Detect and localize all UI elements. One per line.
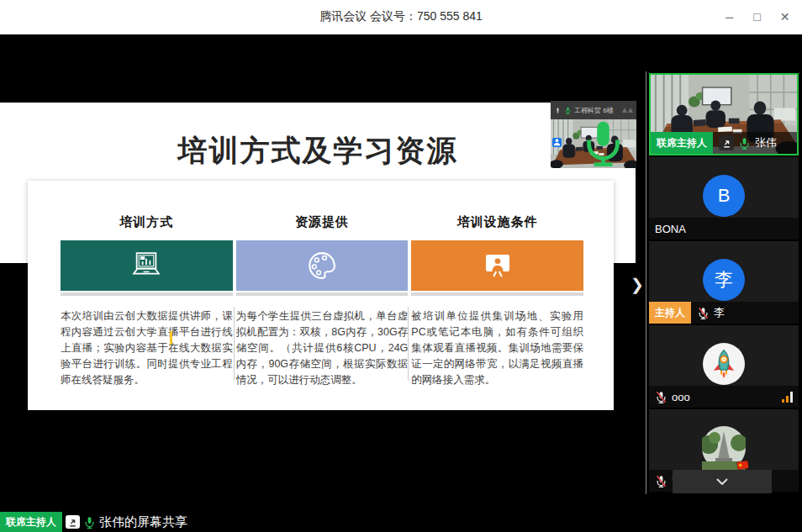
floating-video-window[interactable]: 工程科贸 6楼 张伟: [551, 101, 636, 168]
cohost-badge: 联席主持人: [651, 132, 713, 154]
column-divider: [234, 307, 235, 381]
screen-share-icon: [66, 515, 80, 529]
tencent-meeting-window: 腾讯会议 会议号：750 555 841 ─ □ ✕ 培训方式及学习资源 培训方…: [0, 0, 802, 532]
rocket-icon: [709, 349, 739, 379]
participant-name: BONA: [655, 223, 686, 235]
mic-muted-icon: [655, 391, 667, 403]
mic-muted-icon: [655, 475, 667, 487]
slide-title: 培训方式及学习资源: [0, 131, 636, 171]
slide-content-card: 培训方式 本次培训由云创大数据提供讲师，课程内容通过云创大学直播平台进行线上直播…: [28, 181, 614, 410]
text-cursor: [170, 331, 172, 345]
participants-sidebar: 联席主持人 张伟 B BONA 李: [649, 73, 799, 493]
participant-name: ooo: [672, 391, 690, 403]
mic-on-icon: [564, 107, 572, 114]
close-button[interactable]: ✕: [771, 0, 799, 34]
monitor-person-icon: [411, 240, 583, 291]
person-badge-icon: [552, 138, 562, 147]
chevron-down-icon: [715, 478, 729, 485]
column-header: 资源提供: [236, 214, 409, 231]
column-header: 培训方式: [61, 214, 233, 231]
column-resources: 资源提供 为每个学生提供三台虚拟机，单台虚拟机配置为：双核，8G内存，30G存储…: [236, 214, 409, 388]
participant-namebar: 主持人 李: [649, 302, 799, 324]
column-facility: 培训设施条件 被培训单位提供集训场地、实验用PC或笔记本电脑，如有条件可组织集体…: [411, 214, 583, 388]
avatar: 李: [703, 259, 745, 301]
mic-muted-icon: [697, 307, 710, 319]
share-status-label: 张伟的屏幕共享: [99, 514, 187, 530]
participant-name: 李: [714, 305, 725, 320]
mic-on-icon: [83, 516, 96, 529]
network-signal-icon: [782, 392, 793, 403]
screen-share-icon: [719, 135, 734, 150]
floating-video-header[interactable]: 工程科贸 6楼: [551, 101, 636, 119]
window-controls: ─ □ ✕: [715, 0, 799, 34]
host-badge: 主持人: [649, 302, 691, 324]
participant-name: 张伟: [755, 135, 777, 150]
column-training-method: 培训方式 本次培训由云创大数据提供讲师，课程内容通过云创大学直播平台进行线上直播…: [61, 214, 233, 388]
column-text: 被培训单位提供集训场地、实验用PC或笔记本电脑，如有条件可组织集体观看直播视频。…: [411, 308, 583, 388]
china-flag-icon: ★: [736, 461, 748, 470]
participant-namebar: BONA: [649, 218, 799, 240]
laptop-chart-icon: [61, 240, 233, 291]
participant-tile-video[interactable]: 联席主持人 张伟: [649, 73, 799, 155]
participant-tile[interactable]: B BONA: [649, 157, 799, 240]
column-text: 本次培训由云创大数据提供讲师，课程内容通过云创大学直播平台进行线上直播；实验内容…: [61, 308, 233, 388]
participant-namebar: 联席主持人 张伟: [651, 132, 797, 154]
window-titlebar: 腾讯会议 会议号：750 555 841 ─ □ ✕: [0, 0, 802, 34]
participant-namebar: ooo: [649, 386, 799, 408]
avatar-photo: ★: [702, 426, 746, 470]
column-divider: [408, 307, 409, 381]
column-underline: [61, 292, 233, 296]
mic-on-icon: [738, 137, 751, 150]
expand-handle-icon[interactable]: [622, 108, 633, 113]
window-title: 腾讯会议 会议号：750 555 841: [319, 9, 483, 24]
column-header: 培训设施条件: [411, 214, 583, 231]
maximize-button[interactable]: □: [743, 0, 771, 34]
floating-video-feed: 张伟: [551, 119, 636, 168]
palette-icon: [236, 240, 409, 291]
mic-on-icon: [563, 119, 636, 166]
column-underline: [236, 292, 409, 296]
column-text: 为每个学生提供三台虚拟机，单台虚拟机配置为：双核，8G内存，30G存储空间。（共…: [236, 308, 409, 388]
screen-share-indicator: 联席主持人 张伟的屏幕共享: [0, 512, 191, 532]
cohost-badge: 联席主持人: [0, 512, 62, 532]
collapse-sidebar-button[interactable]: [673, 470, 772, 493]
participant-tile[interactable]: ooo: [649, 325, 799, 408]
column-underline: [411, 292, 583, 296]
sidebar-divider: [646, 71, 646, 494]
participant-tile[interactable]: 李 主持人 李: [649, 241, 799, 324]
floating-video-title: 工程科贸 6楼: [574, 106, 620, 115]
avatar: B: [703, 175, 745, 217]
minimize-button[interactable]: ─: [715, 0, 743, 34]
floating-video-badges: 张伟: [552, 119, 636, 166]
pin-icon: [554, 107, 562, 114]
next-slide-arrow-icon[interactable]: ❯: [627, 271, 647, 298]
avatar-rocket: [703, 343, 745, 385]
